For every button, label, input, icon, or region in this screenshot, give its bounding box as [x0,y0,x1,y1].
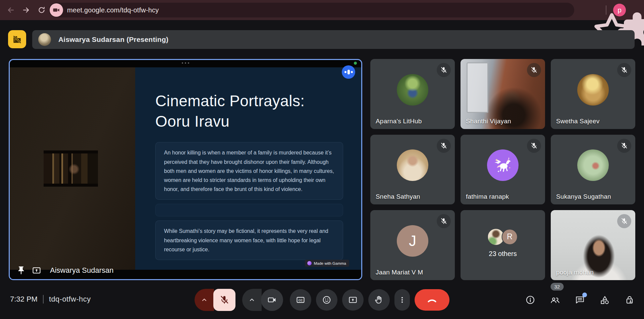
presenter-name-label: Aiswarya Sudarsan [50,266,114,275]
overflow-tile-others[interactable]: R 23 others [461,210,545,280]
slide-paragraph-1: An honor killing is when a member of a f… [155,142,343,200]
mic-options-button[interactable] [195,289,214,311]
presenter-overlay: Aiswarya Sudarsan [16,266,114,275]
slide-title-line2: Ooru Iravu [155,111,343,132]
bookmark-star-icon[interactable] [561,6,570,14]
film-still-frame [44,150,98,187]
mic-off-icon [617,63,631,77]
participant-name: pooja mohan [556,269,594,276]
browser-back-button[interactable] [4,3,17,17]
host-controls-button[interactable] [625,295,635,305]
present-screen-button[interactable] [342,289,364,311]
participant-name: Aparna's LitHub [376,118,422,125]
mic-off-icon [437,139,451,153]
activities-icon [600,295,610,305]
mic-muted-button[interactable] [213,289,235,311]
mic-off-icon [617,139,631,153]
building-disabled-icon [12,34,22,45]
mic-off-icon [219,295,229,305]
participant-avatar [397,74,428,106]
people-icon [550,295,560,305]
divider [43,295,44,304]
mic-off-icon [437,214,451,228]
reactions-button[interactable] [316,289,337,311]
meeting-details-button[interactable] [525,295,535,305]
lock-person-icon [625,295,635,305]
participant-tile-pooja[interactable]: pooja mohan [551,210,635,280]
presenter-avatar [38,33,51,46]
camera-button[interactable] [261,289,283,311]
participant-name: Shanthi Vijayan [466,118,511,125]
camera-options-button[interactable] [242,289,262,311]
raise-hand-icon [374,295,384,305]
floating-menu-button[interactable] [342,65,355,79]
gamma-logo-icon [307,261,312,265]
mic-control-group [195,289,235,311]
chevron-up-icon [248,296,256,304]
browser-profile-avatar[interactable]: p [613,4,626,16]
presentation-tile[interactable]: Cinematic Portrayals: Ooru Iravu An hono… [9,59,362,280]
mic-off-icon [527,63,541,77]
chat-panel-button[interactable] [575,295,585,305]
participants-grid: Aparna's LitHub Shanthi Vijayan Swetha S… [370,59,635,280]
extensions-icon[interactable] [584,6,592,14]
info-icon [525,295,535,305]
participant-tile-shanthi[interactable]: Shanthi Vijayan [461,59,545,129]
activities-panel-button[interactable] [600,295,610,305]
panel-buttons: 32 [525,295,635,305]
captions-icon [296,295,305,305]
toolbar-divider [606,5,606,15]
browser-forward-button[interactable] [19,3,33,17]
participant-avatar [577,74,609,106]
slide-empty-block [155,204,343,216]
time-and-code: 7:32 PM tdq-otfw-hcy [10,295,91,304]
film-scene-panel [10,67,135,270]
leave-call-button[interactable] [415,289,449,311]
more-dots-icon [398,296,406,304]
mic-off-icon [437,63,451,77]
presenting-banner: Aiswarya Sudarsan (Presenting) [32,30,635,49]
captions-button[interactable] [290,289,311,311]
participant-avatar-unicorn [487,149,519,181]
slide-panel: Cinematic Portrayals: Ooru Iravu An hono… [135,67,361,270]
participant-tile-fathima[interactable]: fathima ranapk [461,135,545,205]
shared-screen-content: Cinematic Portrayals: Ooru Iravu An hono… [10,67,361,270]
participant-tile-swetha[interactable]: Swetha Sajeev [551,59,635,129]
made-with-gamma-badge[interactable]: Made with Gamma [305,260,349,267]
live-indicator-dot [354,62,357,65]
chat-notification-dot [582,293,587,297]
participant-name: fathima ranapk [466,193,509,200]
participant-tile-sukanya[interactable]: Sukanya Sugathan [551,135,635,205]
camera-icon [267,295,277,305]
raise-hand-button[interactable] [368,289,390,311]
participant-tile-jaan[interactable]: J Jaan Mariat V M [370,210,455,280]
smiley-icon [322,295,331,305]
participant-tile-sneha[interactable]: Sneha Sathyan [370,135,455,205]
browser-reload-button[interactable] [35,3,48,17]
participant-count-badge: 32 [550,283,564,291]
people-panel-button[interactable]: 32 [550,295,560,305]
camera-access-icon[interactable] [50,3,63,17]
gamma-badge-label: Made with Gamma [314,261,346,265]
unicorn-icon [492,155,513,176]
slide-paragraph-2: While Sumathi’s story may be fictional, … [155,220,343,260]
others-count-label: 23 others [461,250,545,258]
participant-tile-aparna[interactable]: Aparna's LitHub [370,59,455,129]
presenting-banner-label: Aiswarya Sudarsan (Presenting) [58,36,168,44]
camera-control-group [242,289,283,311]
overflow-avatar-2: R [502,229,518,245]
present-screen-icon [348,295,358,305]
browser-toolbar: meet.google.com/tdq-otfw-hcy p [0,0,644,20]
slide-title: Cinematic Portrayals: Ooru Iravu [155,91,343,131]
more-options-button[interactable] [394,289,410,311]
participant-avatar [577,149,609,181]
slide-title-line1: Cinematic Portrayals: [155,91,343,111]
call-end-icon [427,295,437,305]
address-bar[interactable]: meet.google.com/tdq-otfw-hcy [49,3,574,17]
presenting-screen-icon [32,266,41,275]
drag-handle-dots [182,62,189,64]
browser-menu-icon[interactable] [632,6,641,14]
pin-icon[interactable] [16,266,26,275]
clock-time: 7:32 PM [10,295,38,304]
call-controls [195,289,449,311]
